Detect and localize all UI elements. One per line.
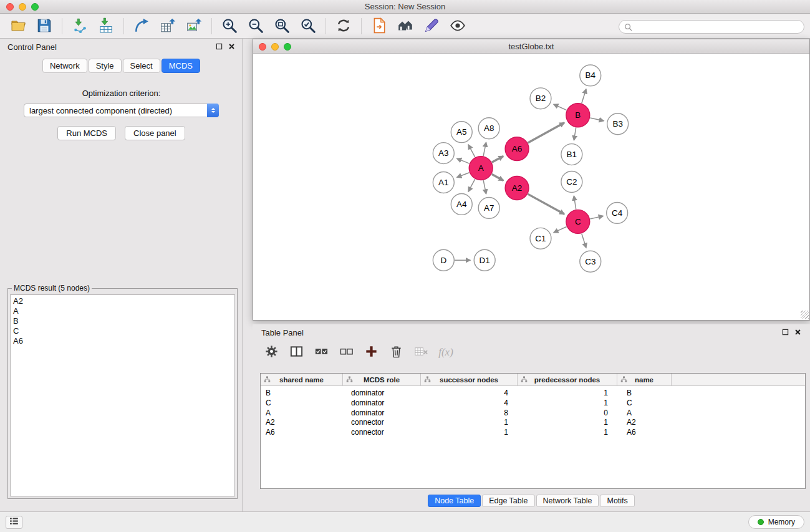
graph-node-C1[interactable]: C1 — [530, 228, 551, 249]
graph-node-C3[interactable]: C3 — [580, 251, 601, 272]
toggle-column-button[interactable] — [285, 342, 307, 362]
save-session-button[interactable] — [31, 16, 57, 36]
criterion-dropdown[interactable]: largest connected component (directed) — [24, 104, 219, 117]
graph-edge-A-A2[interactable] — [492, 174, 504, 180]
graph-node-A2[interactable]: A2 — [505, 177, 529, 200]
graph-edge-A6-B[interactable] — [528, 123, 564, 143]
close-panel-button[interactable]: Close panel — [125, 126, 185, 140]
add-column-button[interactable] — [360, 342, 382, 362]
resize-grip[interactable] — [801, 311, 809, 319]
table-row[interactable]: A2connector11A2 — [261, 418, 805, 428]
network-window-titlebar[interactable]: testGlobe.txt — [253, 39, 809, 54]
graph-node-C[interactable]: C — [566, 210, 590, 233]
network-graph[interactable]: B4B2BB3A5A8A6A3B1AC2A1A2A4A7C4CC1C3DD1 — [253, 54, 809, 319]
graph-node-A5[interactable]: A5 — [451, 122, 472, 143]
zoom-selected-button[interactable] — [295, 16, 321, 36]
graph-edge-A-A6[interactable] — [492, 156, 503, 162]
select-all-button[interactable] — [310, 342, 332, 362]
graph-node-A4[interactable]: A4 — [451, 193, 472, 215]
style-wand-button[interactable] — [418, 16, 445, 36]
graph-edge-B-B4[interactable] — [582, 89, 586, 104]
graph-edge-A-A4[interactable] — [468, 179, 475, 191]
zoom-in-button[interactable] — [216, 16, 243, 36]
export-network-button[interactable] — [128, 16, 155, 36]
graph-edge-A-A5[interactable] — [468, 145, 475, 157]
graph-edge-C-C2[interactable] — [574, 196, 576, 209]
export-image-button[interactable] — [181, 16, 207, 36]
refresh-network-button[interactable] — [330, 16, 357, 36]
graph-node-B4[interactable]: B4 — [580, 65, 601, 86]
graph-edge-A-A8[interactable] — [483, 142, 486, 156]
network-canvas[interactable]: B4B2BB3A5A8A6A3B1AC2A1A2A4A7C4CC1C3DD1 — [253, 54, 809, 319]
tab-edge-table[interactable]: Edge Table — [482, 495, 534, 507]
tab-network[interactable]: Network — [42, 59, 87, 73]
graph-node-D1[interactable]: D1 — [474, 249, 495, 271]
search-box[interactable] — [619, 20, 804, 34]
tab-network-table[interactable]: Network Table — [536, 495, 599, 507]
column-header-name[interactable]: name — [617, 374, 672, 385]
graph-edge-C-C1[interactable] — [554, 227, 567, 233]
graph-node-B3[interactable]: B3 — [607, 114, 629, 135]
open-session-button[interactable] — [5, 16, 31, 36]
mcds-result-item[interactable]: C — [13, 326, 232, 336]
mcds-result-item[interactable]: B — [13, 316, 232, 326]
graph-edge-A-A3[interactable] — [457, 158, 470, 163]
delete-table-button[interactable] — [410, 342, 432, 362]
table-row[interactable]: Adominator80A — [261, 409, 805, 418]
graph-edge-C-C3[interactable] — [582, 233, 586, 248]
tab-node-table[interactable]: Node Table — [428, 495, 481, 507]
float-table-panel-button[interactable] — [782, 328, 789, 337]
tab-select[interactable]: Select — [123, 59, 160, 73]
graph-node-B2[interactable]: B2 — [530, 88, 551, 109]
graph-edge-C-C4[interactable] — [590, 216, 603, 219]
tab-style[interactable]: Style — [89, 59, 122, 73]
import-table-button[interactable] — [93, 16, 119, 36]
close-control-panel-button[interactable] — [228, 42, 235, 52]
network-overview-button[interactable] — [392, 16, 418, 36]
show-hide-button[interactable] — [445, 16, 471, 36]
mcds-result-item[interactable]: A2 — [13, 296, 232, 306]
search-input[interactable] — [635, 22, 799, 32]
column-header-successor-nodes[interactable]: successor nodes — [421, 374, 518, 385]
graph-edge-A-A7[interactable] — [483, 180, 486, 194]
graph-node-A1[interactable]: A1 — [433, 172, 454, 193]
mcds-result-item[interactable]: A6 — [13, 336, 232, 346]
table-row[interactable]: Cdominator41C — [261, 399, 805, 409]
graph-node-A[interactable]: A — [469, 157, 493, 180]
column-header-shared-name[interactable]: shared name — [261, 374, 343, 385]
table-row[interactable]: A6connector11A6 — [261, 428, 805, 438]
import-network-button[interactable] — [67, 16, 93, 36]
settings-gear-button[interactable] — [260, 342, 282, 362]
memory-button[interactable]: Memory — [748, 515, 804, 529]
graph-node-A6[interactable]: A6 — [505, 137, 529, 161]
zoom-fit-button[interactable] — [269, 16, 295, 36]
column-header-MCDS-role[interactable]: MCDS role — [343, 374, 421, 385]
float-control-panel-button[interactable] — [216, 42, 223, 52]
graph-node-C4[interactable]: C4 — [607, 202, 628, 223]
graph-edge-A2-C[interactable] — [528, 194, 564, 214]
table-row[interactable]: Bdominator41B — [261, 389, 805, 399]
graph-node-B[interactable]: B — [566, 104, 590, 127]
mcds-result-list[interactable]: A2ABCA6 — [10, 294, 235, 496]
delete-column-button[interactable] — [385, 342, 407, 362]
graph-edge-B-B2[interactable] — [554, 104, 567, 110]
graph-edge-B-B1[interactable] — [574, 127, 576, 140]
deselect-all-button[interactable] — [335, 342, 357, 362]
export-table-button[interactable] — [155, 16, 181, 36]
close-table-panel-button[interactable] — [794, 328, 801, 337]
graph-edge-A-A1[interactable] — [457, 173, 470, 178]
graph-node-A7[interactable]: A7 — [478, 197, 499, 218]
graph-edge-B-B3[interactable] — [590, 118, 604, 121]
export-document-button[interactable] — [366, 16, 392, 36]
run-mcds-button[interactable]: Run MCDS — [57, 126, 116, 140]
tab-motifs[interactable]: Motifs — [600, 495, 634, 507]
column-header-predecessor-nodes[interactable]: predecessor nodes — [518, 374, 617, 385]
tab-mcds[interactable]: MCDS — [162, 59, 200, 73]
graph-node-A3[interactable]: A3 — [433, 143, 454, 164]
function-builder-button[interactable]: f(x) — [435, 342, 457, 362]
show-panels-button[interactable] — [6, 516, 22, 529]
graph-node-C2[interactable]: C2 — [561, 172, 582, 193]
graph-node-B1[interactable]: B1 — [561, 144, 582, 165]
zoom-out-button[interactable] — [243, 16, 269, 36]
mcds-result-item[interactable]: A — [13, 306, 232, 316]
